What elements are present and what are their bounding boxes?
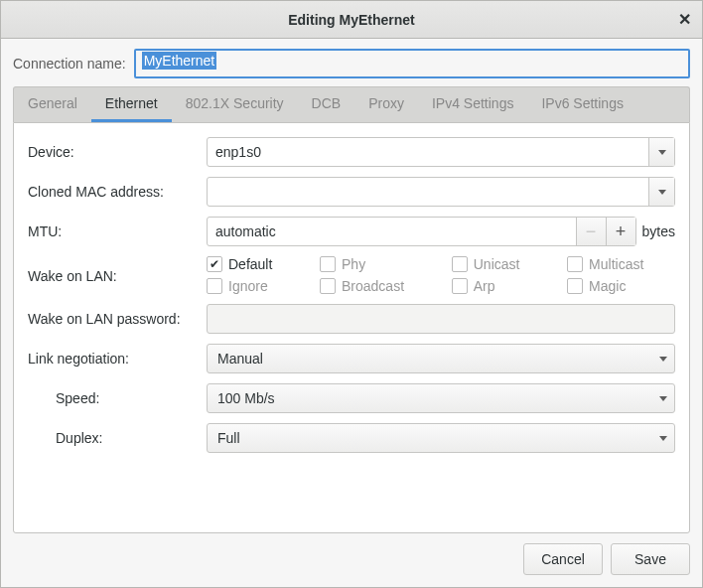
tab-proxy[interactable]: Proxy	[354, 87, 418, 122]
checkbox-icon	[207, 256, 222, 272]
checkbox-icon	[567, 256, 583, 272]
speed-label: Speed:	[28, 390, 197, 406]
checkbox-icon	[452, 278, 468, 294]
connection-name-value: MyEthernet	[142, 52, 217, 70]
tab-ethernet[interactable]: Ethernet	[91, 87, 172, 122]
dialog-window: Editing MyEthernet ✕ Connection name: My…	[0, 0, 703, 588]
device-combo[interactable]: enp1s0	[207, 137, 675, 167]
tab-bar: General Ethernet 802.1X Security DCB Pro…	[13, 86, 690, 122]
speed-combo[interactable]: 100 Mb/s	[207, 383, 675, 413]
wol-label: Wake on LAN:	[28, 256, 197, 284]
checkbox-icon	[320, 256, 336, 272]
wol-password-label: Wake on LAN password:	[28, 311, 197, 327]
wol-options: Default Phy Unicast Multicast Ignore Bro…	[207, 256, 675, 294]
tab-ipv6-settings[interactable]: IPv6 Settings	[527, 87, 637, 122]
speed-arrow[interactable]	[652, 384, 674, 412]
wol-password-input	[207, 304, 675, 334]
wol-unicast-checkbox[interactable]: Unicast	[452, 256, 551, 272]
duplex-label: Duplex:	[28, 430, 197, 446]
checkbox-icon	[452, 256, 468, 272]
chevron-down-icon	[659, 436, 667, 441]
wol-arp-checkbox[interactable]: Arp	[452, 278, 551, 294]
speed-value: 100 Mb/s	[208, 390, 652, 406]
connection-name-input[interactable]: MyEthernet	[134, 49, 690, 78]
duplex-arrow[interactable]	[652, 424, 674, 452]
duplex-combo[interactable]: Full	[207, 423, 675, 453]
tab-general[interactable]: General	[14, 87, 91, 122]
device-value: enp1s0	[208, 144, 648, 160]
checkbox-icon	[320, 278, 336, 294]
checkbox-icon	[567, 278, 583, 294]
link-negotiation-arrow[interactable]	[652, 345, 674, 372]
wol-default-checkbox[interactable]: Default	[207, 256, 304, 272]
link-negotiation-label: Link negotiation:	[28, 351, 197, 367]
mtu-row: automatic − + bytes	[207, 217, 675, 246]
window-title: Editing MyEthernet	[288, 12, 415, 28]
cloned-mac-dropdown-arrow[interactable]	[648, 178, 674, 206]
chevron-down-icon	[659, 357, 667, 362]
ethernet-panel: Device: enp1s0 Cloned MAC address: MTU: …	[13, 122, 690, 533]
mtu-increment-button[interactable]: +	[606, 218, 635, 245]
duplex-value: Full	[208, 430, 652, 446]
cloned-mac-combo[interactable]	[207, 177, 675, 207]
content-area: Connection name: MyEthernet General Ethe…	[1, 39, 702, 587]
connection-name-row: Connection name: MyEthernet	[13, 49, 690, 78]
chevron-down-icon	[658, 190, 666, 195]
wol-multicast-checkbox[interactable]: Multicast	[567, 256, 675, 272]
device-dropdown-arrow[interactable]	[648, 138, 674, 166]
tab-8021x-security[interactable]: 802.1X Security	[172, 87, 298, 122]
link-negotiation-value: Manual	[208, 351, 652, 367]
cloned-mac-label: Cloned MAC address:	[28, 184, 197, 200]
mtu-label: MTU:	[28, 223, 197, 239]
chevron-down-icon	[658, 150, 666, 155]
mtu-decrement-button[interactable]: −	[576, 218, 606, 245]
connection-name-label: Connection name:	[13, 56, 126, 72]
titlebar: Editing MyEthernet ✕	[1, 1, 702, 39]
mtu-unit: bytes	[642, 223, 675, 239]
mtu-value: automatic	[208, 218, 576, 245]
checkbox-icon	[207, 278, 222, 294]
wol-phy-checkbox[interactable]: Phy	[320, 256, 436, 272]
wol-magic-checkbox[interactable]: Magic	[567, 278, 675, 294]
chevron-down-icon	[659, 396, 667, 401]
tab-ipv4-settings[interactable]: IPv4 Settings	[418, 87, 528, 122]
wol-broadcast-checkbox[interactable]: Broadcast	[320, 278, 436, 294]
mtu-spinbox[interactable]: automatic − +	[207, 217, 636, 246]
link-negotiation-combo[interactable]: Manual	[207, 344, 675, 373]
close-icon[interactable]: ✕	[674, 10, 694, 30]
dialog-buttons: Cancel Save	[13, 533, 690, 575]
wol-ignore-checkbox[interactable]: Ignore	[207, 278, 304, 294]
save-button[interactable]: Save	[611, 543, 690, 575]
device-label: Device:	[28, 144, 197, 160]
tab-dcb[interactable]: DCB	[298, 87, 355, 122]
ethernet-form: Device: enp1s0 Cloned MAC address: MTU: …	[28, 137, 675, 453]
cancel-button[interactable]: Cancel	[523, 543, 603, 575]
